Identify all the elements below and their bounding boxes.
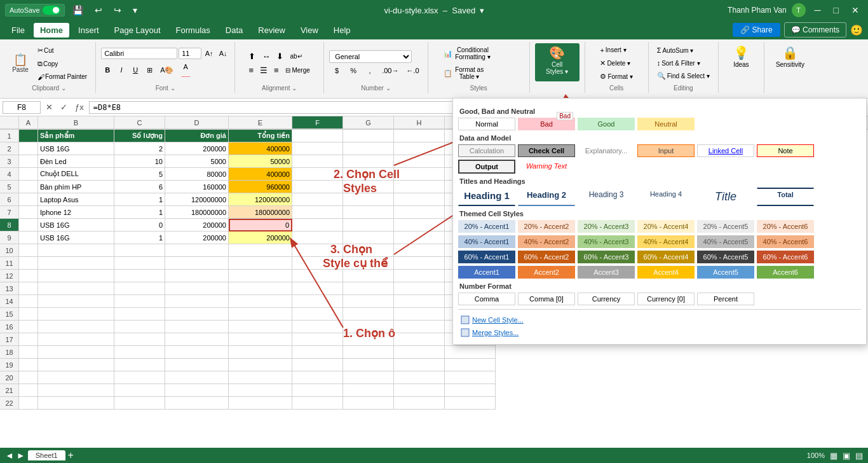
- merge-styles-link[interactable]: Merge Styles...: [472, 328, 519, 338]
- autosave-toggle[interactable]: [43, 6, 60, 15]
- style-60-accent3[interactable]: 60% - Accent3: [578, 251, 635, 263]
- font-size-input[interactable]: [179, 48, 201, 59]
- comma-button[interactable]: ,: [362, 65, 377, 76]
- cell-e5[interactable]: 960000: [229, 181, 292, 193]
- cell-b2[interactable]: USB 16G: [38, 142, 114, 155]
- style-60-accent5[interactable]: 60% - Accent5: [697, 251, 754, 263]
- style-comma[interactable]: Comma: [458, 293, 515, 305]
- cell-f1[interactable]: [292, 130, 343, 142]
- cell-g6[interactable]: [343, 193, 394, 206]
- maximize-button[interactable]: □: [830, 5, 843, 15]
- cell-g4[interactable]: [343, 168, 394, 181]
- cell-a6[interactable]: [19, 193, 38, 206]
- conditional-formatting-button[interactable]: 📊 ConditionalFormatting ▾: [440, 45, 517, 62]
- close-button[interactable]: ✕: [848, 5, 863, 15]
- cell-c9[interactable]: 1: [114, 232, 165, 244]
- fill-color-button[interactable]: A🎨: [157, 64, 177, 76]
- cell-d9[interactable]: 200000: [165, 232, 229, 244]
- cell-c7[interactable]: 1: [114, 206, 165, 219]
- menu-view[interactable]: View: [294, 23, 325, 38]
- style-heading1[interactable]: Heading 1: [458, 188, 515, 206]
- prev-sheet-button[interactable]: ◄: [5, 450, 14, 460]
- style-check-cell[interactable]: Check Cell: [518, 144, 575, 157]
- row-header-17[interactable]: 17: [0, 333, 19, 346]
- sheet-tab[interactable]: Sheet1: [28, 450, 65, 460]
- style-currency[interactable]: Currency: [578, 293, 635, 305]
- style-40-accent6[interactable]: 40% - Accent6: [757, 235, 814, 248]
- style-input[interactable]: Input: [637, 144, 695, 157]
- menu-formulas[interactable]: Formulas: [170, 23, 217, 38]
- cell-h3[interactable]: [394, 155, 445, 168]
- autosave-button[interactable]: AutoSave: [5, 4, 65, 17]
- page-break-view-button[interactable]: ▤: [855, 451, 863, 460]
- page-layout-view-button[interactable]: ▣: [843, 451, 850, 460]
- row-header-12[interactable]: 12: [0, 270, 19, 282]
- cell-a7[interactable]: [19, 206, 38, 219]
- paste-button[interactable]: 📋 Paste: [8, 52, 33, 75]
- autosum-button[interactable]: ΣAutoSum ▾: [654, 45, 713, 56]
- cell-b6[interactable]: Laptop Asus: [38, 193, 114, 206]
- style-accent3[interactable]: Accent3: [578, 266, 635, 279]
- cell-b5[interactable]: Bàn phím HP: [38, 181, 114, 193]
- style-60-accent2[interactable]: 60% - Accent2: [518, 251, 575, 263]
- col-header-d[interactable]: D: [165, 116, 229, 129]
- bold-button[interactable]: B: [101, 64, 114, 76]
- cut-button[interactable]: ✂ Cut: [34, 45, 90, 57]
- align-middle-button[interactable]: ↔: [259, 50, 273, 62]
- style-heading2[interactable]: Heading 2: [518, 188, 575, 206]
- cell-e9[interactable]: 200000: [229, 232, 292, 244]
- cell-f3[interactable]: [292, 155, 343, 168]
- cell-d4[interactable]: 80000: [165, 168, 229, 181]
- row-header-4[interactable]: 4: [0, 168, 19, 181]
- cell-f6[interactable]: [292, 193, 343, 206]
- increase-decimal-button[interactable]: ←.0: [403, 65, 422, 76]
- cell-b1[interactable]: Sản phẩm: [38, 130, 114, 142]
- cell-f5[interactable]: [292, 181, 343, 193]
- align-center-button[interactable]: ☰: [257, 64, 270, 76]
- style-40-accent4[interactable]: 40% - Accent4: [637, 235, 695, 248]
- row-header-11[interactable]: 11: [0, 257, 19, 270]
- formula-cancel-button[interactable]: ✕: [43, 101, 55, 113]
- insert-function-button[interactable]: ƒx: [72, 101, 86, 113]
- cell-f9[interactable]: [292, 232, 343, 244]
- minimize-button[interactable]: ─: [811, 5, 825, 15]
- more-button[interactable]: ▾: [129, 5, 141, 15]
- decrease-decimal-button[interactable]: .00→: [379, 65, 402, 76]
- menu-home[interactable]: Home: [34, 23, 69, 38]
- cell-e8[interactable]: 0: [229, 219, 292, 232]
- row-header-8[interactable]: 8: [0, 219, 19, 232]
- row-header-19[interactable]: 19: [0, 359, 19, 371]
- cell-e1[interactable]: Tổng tiền: [229, 130, 292, 142]
- cell-c4[interactable]: 5: [114, 168, 165, 181]
- cell-c1[interactable]: Số lượng: [114, 130, 165, 142]
- cell-b9[interactable]: USB 16G: [38, 232, 114, 244]
- cell-g2[interactable]: [343, 142, 394, 155]
- style-20-accent2[interactable]: 20% - Accent2: [518, 220, 575, 233]
- undo-button[interactable]: ↩: [91, 5, 106, 15]
- cell-e2[interactable]: 400000: [229, 142, 292, 155]
- col-header-e[interactable]: E: [229, 116, 292, 129]
- underline-button[interactable]: U: [129, 64, 142, 76]
- cell-g1[interactable]: [343, 130, 394, 142]
- find-select-button[interactable]: 🔍Find & Select ▾: [654, 70, 713, 82]
- style-40-accent2[interactable]: 40% - Accent2: [518, 235, 575, 248]
- border-button[interactable]: ⊞: [143, 64, 156, 76]
- cell-h5[interactable]: [394, 181, 445, 193]
- menu-review[interactable]: Review: [252, 23, 292, 38]
- style-heading4[interactable]: Heading 4: [637, 188, 695, 206]
- style-40-accent3[interactable]: 40% - Accent3: [578, 235, 635, 248]
- italic-button[interactable]: I: [115, 64, 128, 76]
- font-name-input[interactable]: [101, 48, 177, 59]
- row-header-5[interactable]: 5: [0, 181, 19, 193]
- cell-a1[interactable]: [19, 130, 38, 142]
- cell-c5[interactable]: 6: [114, 181, 165, 193]
- cell-b7[interactable]: Iphone 12: [38, 206, 114, 219]
- cell-g9[interactable]: [343, 232, 394, 244]
- sensitivity-button[interactable]: 🔒 Sensitivity: [770, 43, 811, 81]
- cell-a9[interactable]: [19, 232, 38, 244]
- cell-b3[interactable]: Đèn Led: [38, 155, 114, 168]
- align-bottom-button[interactable]: ⬇: [274, 50, 286, 62]
- font-shrink-button[interactable]: A↓: [217, 49, 229, 58]
- row-header-20[interactable]: 20: [0, 371, 19, 384]
- style-currency-0[interactable]: Currency [0]: [637, 293, 695, 305]
